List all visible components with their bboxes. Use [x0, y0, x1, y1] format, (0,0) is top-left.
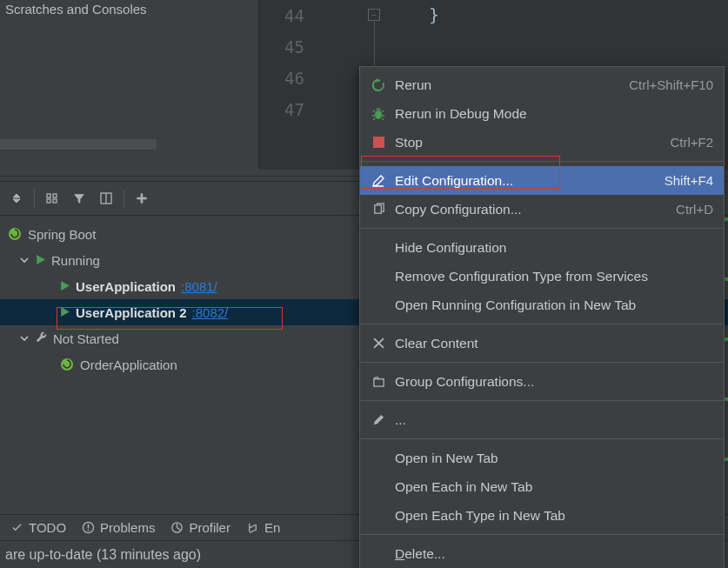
spring-boot-icon: [59, 357, 75, 372]
play-icon: [59, 279, 70, 294]
notstarted-label: Not Started: [53, 331, 119, 346]
expand-all-icon[interactable]: [3, 187, 30, 210]
line-number: 44: [259, 0, 320, 31]
editor-markers: [725, 217, 728, 518]
pencil-icon: [369, 413, 388, 426]
menu-stop[interactable]: Stop Ctrl+F2: [360, 128, 724, 157]
menu-edit-config[interactable]: Edit Configuration... Shift+F4: [360, 166, 724, 195]
svg-point-12: [375, 110, 382, 119]
menu-open-each-type[interactable]: Open Each Type in New Tab: [360, 501, 724, 530]
menu-remove-type[interactable]: Remove Configuration Type from Services: [360, 262, 724, 291]
menu-open-tab[interactable]: Open in New Tab: [360, 444, 724, 472]
tab-more[interactable]: En: [246, 520, 280, 535]
scratches-label: Scratches and Consoles: [5, 2, 147, 17]
menu-hide-config[interactable]: Hide Configuration: [360, 233, 724, 262]
svg-rect-14: [374, 205, 381, 213]
copy-icon: [369, 203, 388, 216]
svg-rect-10: [88, 530, 90, 531]
menu-open-running[interactable]: Open Running Configuration in New Tab: [360, 291, 724, 319]
menu-rerun-debug[interactable]: Rerun in Debug Mode: [360, 99, 724, 128]
rerun-icon: [369, 78, 388, 92]
chevron-down-icon[interactable]: [19, 333, 30, 344]
menu-edit-ellipsis[interactable]: ...: [360, 405, 724, 434]
svg-rect-13: [373, 137, 384, 148]
chevron-down-icon[interactable]: [19, 255, 30, 265]
menu-group-config[interactable]: Group Configurations...: [360, 367, 724, 396]
line-number: 47: [259, 94, 320, 125]
menu-copy-config[interactable]: Copy Configuration... Ctrl+D: [360, 195, 724, 224]
svg-rect-0: [47, 194, 50, 197]
spring-boot-icon: [7, 226, 23, 242]
panel-scrollbar[interactable]: [0, 139, 157, 150]
order-app-label: OrderApplication: [80, 358, 177, 372]
line-number: 46: [259, 63, 320, 94]
wrench-icon: [35, 331, 48, 346]
menu-open-each[interactable]: Open Each in New Tab: [360, 472, 724, 501]
svg-rect-9: [88, 525, 90, 529]
bug-icon: [369, 107, 388, 121]
running-label: Running: [51, 253, 100, 268]
menu-rerun[interactable]: Rerun Ctrl+Shift+F10: [360, 70, 724, 99]
app1-port[interactable]: :8081/: [181, 279, 217, 294]
status-text: are up-to-date (13 minutes ago): [5, 547, 201, 563]
tab-profiler[interactable]: Profiler: [170, 520, 230, 535]
filter-icon[interactable]: [66, 187, 92, 210]
scratches-node[interactable]: Scratches and Consoles: [0, 2, 258, 17]
layout-icon[interactable]: [93, 187, 119, 210]
app2-port[interactable]: :8082/: [192, 305, 229, 320]
app2-name: UserApplication 2: [76, 305, 187, 320]
svg-rect-3: [53, 199, 57, 203]
tab-todo[interactable]: TODO: [10, 520, 66, 535]
context-menu: Rerun Ctrl+Shift+F10 Rerun in Debug Mode…: [359, 66, 725, 568]
svg-rect-1: [47, 199, 50, 203]
menu-delete[interactable]: Delete...: [360, 539, 724, 568]
fold-minus-icon[interactable]: −: [368, 9, 380, 21]
tab-problems[interactable]: Problems: [82, 520, 155, 535]
project-panel: Scratches and Consoles: [0, 0, 259, 170]
play-icon: [59, 305, 70, 320]
gutter: 44 45 46 47: [259, 0, 320, 170]
app1-name: UserApplication: [76, 279, 176, 294]
fold-line: [374, 22, 375, 70]
view-mode-icon[interactable]: [39, 187, 65, 210]
svg-rect-15: [373, 379, 383, 386]
menu-clear[interactable]: Clear Content: [360, 329, 724, 358]
spring-boot-label: Spring Boot: [28, 227, 96, 242]
group-icon: [369, 375, 388, 388]
close-icon: [369, 337, 388, 349]
svg-rect-2: [53, 194, 57, 197]
edit-icon: [369, 174, 388, 188]
stop-icon: [369, 137, 388, 148]
play-icon: [35, 253, 46, 268]
code-brace: }: [429, 4, 439, 25]
line-number: 45: [259, 31, 320, 63]
add-icon[interactable]: [129, 187, 155, 210]
